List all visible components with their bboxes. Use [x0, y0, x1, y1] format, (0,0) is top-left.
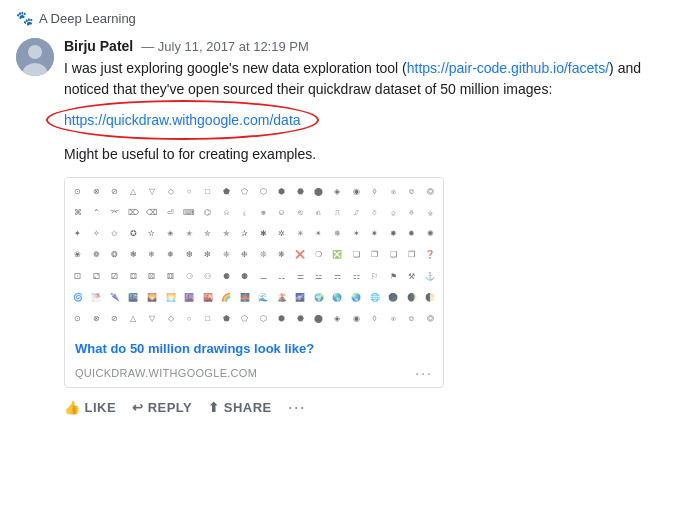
doodle-cell: ⚈ [217, 267, 235, 287]
doodle-cell: 🌋 [273, 288, 291, 308]
doodle-cell: ⚋ [273, 267, 291, 287]
doodle-cell: ⬣ [292, 182, 310, 202]
doodle-cell: ⌤ [106, 203, 124, 223]
author-name: Birju Patel [64, 38, 133, 54]
doodle-cell: ❀ [69, 245, 87, 265]
page-header: 🐾 A Deep Learning [16, 10, 677, 26]
doodle-cell: ⚑ [384, 267, 402, 287]
doodle-cell: ⎑ [403, 203, 421, 223]
reply-icon: ↩ [132, 400, 144, 415]
doodle-cell: ◈ [329, 182, 347, 202]
doodle-cell: ❍ [310, 245, 328, 265]
doodle-cell: ⊘ [106, 182, 124, 202]
doodle-cell: 🌇 [199, 288, 217, 308]
doodle-cell: ⚌ [292, 267, 310, 287]
doodle-cell: ✯ [217, 224, 235, 244]
action-bar: 👍 Like ↩ Reply ⬆ Share ··· [64, 398, 676, 416]
doodle-cell: ❉ [236, 245, 254, 265]
doodle-cell: 🌑 [384, 288, 402, 308]
doodle-cell: ❒ [403, 245, 421, 265]
doodle-cell: ⊗ [88, 309, 106, 329]
doodle-cell: ⚀ [69, 267, 87, 287]
doodle-cell: ✶ [347, 224, 365, 244]
comment-container: Birju Patel — July 11, 2017 at 12:19 PM … [16, 38, 676, 416]
doodle-cell: ❊ [254, 245, 272, 265]
doodle-cell: ⚅ [162, 267, 180, 287]
doodle-cell: ⚆ [180, 267, 198, 287]
doodle-cell: ⬢ [273, 182, 291, 202]
doodle-cell: ⊙ [69, 182, 87, 202]
doodle-cell: ⎈ [254, 203, 272, 223]
doodle-cell: ⎉ [273, 203, 291, 223]
doodle-cell: 🌆 [180, 288, 198, 308]
doodle-cell: ⎋ [292, 203, 310, 223]
share-icon: ⬆ [208, 400, 220, 415]
preview-more-button[interactable]: ··· [415, 365, 433, 381]
doodle-cell: ⬡ [254, 182, 272, 202]
doodle-cell: △ [125, 182, 143, 202]
doodle-cell: △ [125, 309, 143, 329]
doodle-cell: ❈ [217, 245, 235, 265]
more-options-button[interactable]: ··· [288, 398, 306, 416]
doodle-cell: ⚇ [199, 267, 217, 287]
preview-image: ⊙⊗⊘△▽◇○□⬟⬠⬡⬢⬣⬤◈◉◊⍟⎊⏣⌘⌃⌤⌦⌫⏎⌨⌬⍾⍷⎈⎉⎋⎌⎍⎎⎏⎐⎑⎒… [65, 178, 443, 333]
header-icon: 🐾 [16, 10, 33, 26]
doodle-cell: ⬤ [310, 182, 328, 202]
doodle-cell: ❇ [199, 245, 217, 265]
doodle-cell: ✹ [403, 224, 421, 244]
like-button[interactable]: 👍 Like [64, 400, 116, 415]
facets-link[interactable]: https://pair-code.github.io/facets/ [407, 60, 609, 76]
doodle-cell: ⬡ [254, 309, 272, 329]
doodle-cell: ⎎ [347, 203, 365, 223]
doodle-cell: ✧ [88, 224, 106, 244]
doodle-cell: ⏣ [421, 182, 439, 202]
doodle-cell: ⍷ [236, 203, 254, 223]
doodle-cell: ❂ [106, 245, 124, 265]
doodle-cell: ⚓ [421, 267, 439, 287]
doodle-cell: 🌈 [217, 288, 235, 308]
doodle-cell: ✵ [329, 224, 347, 244]
doodle-cell: ⚐ [366, 267, 384, 287]
doodle-cell: ⊙ [69, 309, 87, 329]
doodle-cell: ⊗ [88, 182, 106, 202]
doodle-cell: ⎍ [329, 203, 347, 223]
doodle-cell: ⬠ [236, 309, 254, 329]
avatar [16, 38, 54, 76]
doodle-cell: ⬠ [236, 182, 254, 202]
comment-date: — July 11, 2017 at 12:19 PM [141, 39, 309, 54]
doodle-cell: 🌀 [69, 288, 87, 308]
doodle-cell: ✫ [143, 224, 161, 244]
doodle-cell: ❑ [384, 245, 402, 265]
doodle-cell: ❋ [273, 245, 291, 265]
share-button[interactable]: ⬆ Share [208, 400, 272, 415]
doodle-cell: ⍟ [384, 309, 402, 329]
doodle-cell: ▽ [143, 309, 161, 329]
doodle-cell: ❃ [125, 245, 143, 265]
doodle-cell: 🌃 [125, 288, 143, 308]
doodle-cell: ❆ [180, 245, 198, 265]
reply-button[interactable]: ↩ Reply [132, 400, 192, 415]
doodle-cell: 🌌 [292, 288, 310, 308]
preview-footer: quickdraw.withgoogle.com ··· [65, 365, 443, 387]
highlighted-url-wrapper: https://quickdraw.withgoogle.com/data [64, 110, 301, 130]
doodle-cell: 🌊 [254, 288, 272, 308]
doodle-grid: ⊙⊗⊘△▽◇○□⬟⬠⬡⬢⬣⬤◈◉◊⍟⎊⏣⌘⌃⌤⌦⌫⏎⌨⌬⍾⍷⎈⎉⎋⎌⎍⎎⎏⎐⎑⎒… [65, 178, 443, 333]
doodle-cell: ◊ [366, 309, 384, 329]
doodle-cell: ⏎ [162, 203, 180, 223]
doodle-cell: ○ [180, 309, 198, 329]
doodle-cell: ▽ [143, 182, 161, 202]
doodle-cell: ⎊ [403, 182, 421, 202]
preview-title[interactable]: What do 50 million drawings look like? [75, 341, 433, 356]
doodle-cell: ✩ [106, 224, 124, 244]
doodle-cell: ⎊ [403, 309, 421, 329]
doodle-cell: ⌦ [125, 203, 143, 223]
doodle-cell: ⬤ [310, 309, 328, 329]
like-icon: 👍 [64, 400, 81, 415]
doodle-cell: ⚄ [143, 267, 161, 287]
doodle-cell: ⌘ [69, 203, 87, 223]
doodle-cell: ⚏ [347, 267, 365, 287]
doodle-cell: ✱ [254, 224, 272, 244]
main-url-link[interactable]: https://quickdraw.withgoogle.com/data [64, 110, 301, 130]
doodle-cell: ⍟ [384, 182, 402, 202]
doodle-cell: □ [199, 309, 217, 329]
